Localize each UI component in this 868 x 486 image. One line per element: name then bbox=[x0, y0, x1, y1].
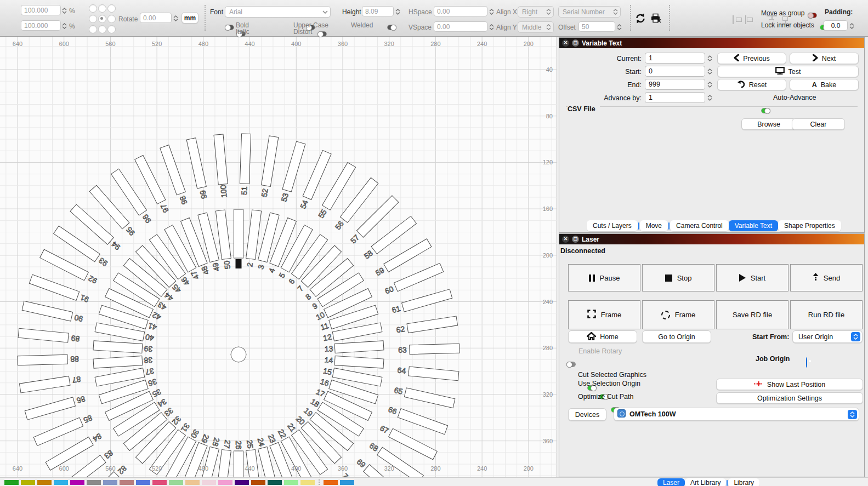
end-stepper[interactable] bbox=[706, 79, 713, 90]
palette-swatch[interactable] bbox=[324, 480, 338, 485]
palette-swatch[interactable] bbox=[54, 480, 68, 485]
show-last-position-button[interactable]: Show Last Position bbox=[716, 379, 863, 390]
palette-swatch[interactable] bbox=[37, 480, 52, 485]
clear-button[interactable]: Clear bbox=[792, 118, 845, 130]
tab-cuts-layers[interactable]: Cuts / Layers bbox=[587, 220, 638, 231]
pause-button[interactable]: Pause bbox=[568, 264, 640, 291]
palette-swatch[interactable] bbox=[169, 480, 183, 485]
tab-library[interactable]: Library bbox=[728, 478, 759, 486]
end-input[interactable]: 999 bbox=[645, 79, 705, 90]
frame-circle-button[interactable]: Frame bbox=[642, 300, 714, 329]
height-scale-stepper[interactable] bbox=[61, 20, 67, 31]
rotate-stepper[interactable] bbox=[172, 13, 179, 24]
palette-swatch[interactable] bbox=[152, 480, 167, 485]
palette-swatch[interactable] bbox=[284, 480, 298, 485]
next-button[interactable]: Next bbox=[790, 53, 859, 64]
bold-toggle[interactable] bbox=[225, 25, 234, 30]
palette-swatch[interactable] bbox=[103, 480, 117, 485]
palette-swatch[interactable] bbox=[120, 480, 134, 485]
align-y-select[interactable]: Middle bbox=[518, 21, 554, 33]
tab-shape-properties[interactable]: Shape Properties bbox=[778, 220, 841, 231]
current-input[interactable]: 1 bbox=[645, 53, 705, 64]
close-icon[interactable]: ✕ bbox=[562, 39, 569, 47]
tab-laser[interactable]: Laser bbox=[657, 478, 685, 486]
palette-swatch[interactable] bbox=[235, 480, 249, 485]
bake-button[interactable]: ABake bbox=[790, 79, 859, 90]
vspace-stepper[interactable] bbox=[488, 21, 495, 32]
palette-swatch[interactable] bbox=[340, 480, 354, 485]
optimization-settings-button[interactable]: Optimization Settings bbox=[716, 392, 863, 404]
svg-text:91: 91 bbox=[79, 293, 90, 304]
svg-text:240: 240 bbox=[477, 465, 487, 472]
palette-swatch[interactable] bbox=[4, 480, 19, 485]
refresh-variable-text-icon[interactable] bbox=[634, 13, 646, 26]
text-height-input[interactable]: 8.09 bbox=[362, 6, 394, 16]
hspace-input[interactable]: 0.00 bbox=[434, 6, 487, 16]
browse-button[interactable]: Browse bbox=[741, 118, 796, 130]
units-button[interactable]: mm bbox=[181, 12, 198, 24]
stop-button[interactable]: Stop bbox=[642, 264, 714, 291]
tab-camera-control[interactable]: Camera Control bbox=[670, 220, 729, 231]
vspace-input[interactable]: 0.00 bbox=[434, 21, 487, 32]
padding-input[interactable]: 0.0 bbox=[824, 20, 848, 31]
distort-toggle[interactable] bbox=[317, 31, 327, 37]
enable-rotary-toggle[interactable] bbox=[566, 362, 576, 367]
job-origin-radio[interactable] bbox=[806, 357, 807, 368]
palette-swatch[interactable] bbox=[218, 480, 232, 485]
serial-number-select[interactable]: Serial Number bbox=[558, 6, 621, 18]
send-button[interactable]: Send bbox=[790, 264, 863, 291]
align-y-label: Align Y bbox=[496, 24, 517, 31]
svg-text:240: 240 bbox=[477, 41, 487, 47]
close-icon[interactable]: ✕ bbox=[562, 236, 569, 243]
run-rd-file-button[interactable]: Run RD file bbox=[790, 300, 863, 329]
save-rd-file-button[interactable]: Save RD file bbox=[716, 300, 788, 329]
previous-button[interactable]: Previous bbox=[717, 53, 786, 64]
move-as-group-toggle[interactable] bbox=[808, 13, 817, 18]
start-input[interactable]: 0 bbox=[645, 66, 705, 77]
padding-stepper[interactable] bbox=[848, 20, 855, 31]
advance-by-stepper[interactable] bbox=[706, 92, 713, 103]
tab-art-library[interactable]: Art Library bbox=[685, 478, 726, 486]
anchor-point-grid[interactable] bbox=[89, 4, 115, 33]
palette-swatch[interactable] bbox=[70, 480, 84, 485]
rotate-input[interactable]: 0.00 bbox=[140, 13, 172, 23]
palette-swatch[interactable] bbox=[251, 480, 265, 485]
workspace-canvas[interactable]: 2345678910111213141516171819202122232425… bbox=[0, 36, 557, 477]
palette-swatch[interactable] bbox=[185, 480, 200, 485]
welded-toggle[interactable] bbox=[387, 25, 396, 30]
canvas-drawing[interactable]: 2345678910111213141516171819202122232425… bbox=[0, 36, 557, 477]
align-x-select[interactable]: Right bbox=[518, 6, 554, 18]
reset-button[interactable]: Reset bbox=[717, 79, 786, 90]
undock-icon[interactable]: ❐ bbox=[572, 236, 579, 243]
advance-by-input[interactable]: 1 bbox=[645, 92, 705, 103]
start-button[interactable]: Start bbox=[716, 264, 788, 291]
offset-input[interactable]: 50 bbox=[578, 21, 615, 32]
font-combo[interactable]: Arial bbox=[225, 6, 331, 18]
hspace-stepper[interactable] bbox=[488, 6, 495, 17]
palette-swatch[interactable] bbox=[21, 480, 35, 485]
start-from-select[interactable]: User Origin bbox=[792, 330, 863, 343]
tab-variable-text[interactable]: Variable Text bbox=[729, 220, 778, 231]
palette-swatch[interactable] bbox=[300, 480, 315, 485]
go-to-origin-button[interactable]: Go to Origin bbox=[642, 330, 711, 343]
current-stepper[interactable] bbox=[706, 53, 713, 64]
offset-stepper[interactable] bbox=[616, 21, 622, 32]
home-button[interactable]: Home bbox=[568, 330, 637, 343]
palette-swatch[interactable] bbox=[202, 480, 216, 485]
height-scale-input[interactable]: 100.000 bbox=[21, 20, 61, 31]
auto-advance-toggle[interactable] bbox=[761, 108, 770, 113]
start-stepper[interactable] bbox=[706, 66, 713, 77]
print-and-cut-icon[interactable] bbox=[650, 13, 662, 26]
text-height-stepper[interactable] bbox=[394, 6, 401, 17]
width-scale-stepper[interactable] bbox=[61, 5, 67, 16]
palette-swatch[interactable] bbox=[268, 480, 282, 485]
width-scale-input[interactable]: 100.000 bbox=[21, 5, 61, 15]
test-button[interactable]: Test bbox=[717, 66, 859, 77]
palette-swatch[interactable] bbox=[136, 480, 150, 485]
device-select[interactable]: OMTech 100W bbox=[614, 408, 859, 421]
undock-icon[interactable]: ❐ bbox=[572, 39, 579, 47]
palette-swatch[interactable] bbox=[87, 480, 101, 485]
frame-rect-button[interactable]: Frame bbox=[568, 300, 640, 329]
devices-button[interactable]: Devices bbox=[568, 408, 606, 421]
tab-move[interactable]: Move bbox=[640, 220, 668, 231]
